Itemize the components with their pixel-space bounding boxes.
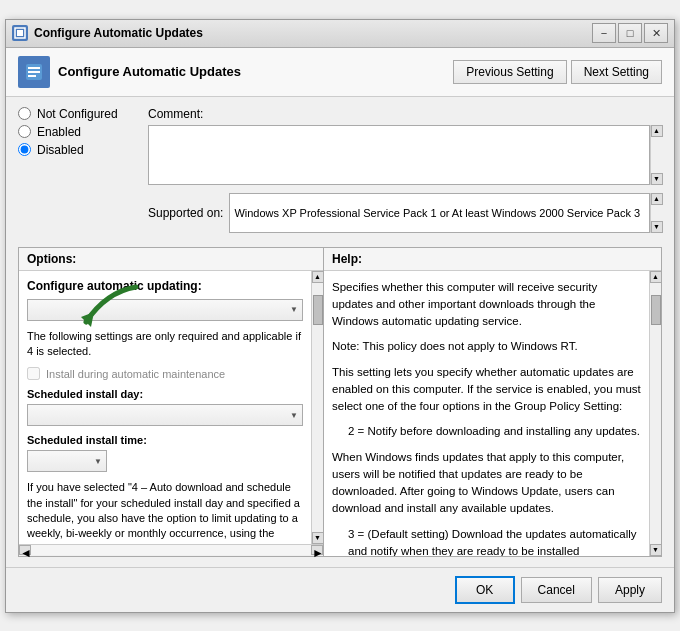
header-nav-buttons: Previous Setting Next Setting [453,60,662,84]
help-p3: This setting lets you specify whether au… [332,364,641,416]
scheduled-time-dropdown[interactable]: ▼ [27,450,107,472]
scroll-up-btn[interactable]: ▲ [651,125,663,137]
scheduled-day-label: Scheduled install day: [27,388,303,400]
help-panel-content-wrapper: Specifies whether this computer will rec… [324,271,661,556]
comment-label: Comment: [148,107,662,121]
options-hscrollbar[interactable]: ◄ ► [19,544,323,556]
close-button[interactable]: ✕ [644,23,668,43]
radio-enabled-label: Enabled [37,125,81,139]
radio-disabled-input[interactable] [18,143,31,156]
title-bar: Configure Automatic Updates − □ ✕ [6,20,674,48]
maintenance-label: Install during automatic maintenance [46,368,225,380]
header-title: Configure Automatic Updates [58,64,445,79]
options-panel-content-wrapper: Configure automatic updating: ▼ The foll… [19,271,323,544]
maintenance-checkbox[interactable] [27,367,40,380]
help-content: Specifies whether this computer will rec… [324,271,649,556]
cancel-button[interactable]: Cancel [521,577,592,603]
supported-section: Supported on: Windows XP Professional Se… [148,193,662,233]
radio-disabled[interactable]: Disabled [18,143,148,157]
radio-group: Not Configured Enabled Disabled [18,107,148,157]
help-scroll-down[interactable]: ▼ [650,544,662,556]
supported-label: Supported on: [148,206,223,220]
radio-enabled-input[interactable] [18,125,31,138]
radio-disabled-label: Disabled [37,143,84,157]
options-panel-header: Options: [19,248,323,271]
scroll-down-btn[interactable]: ▼ [651,173,663,185]
options-scrollbar[interactable]: ▲ ▼ [311,271,323,544]
content-area: Not Configured Enabled Disabled [6,97,674,567]
header-icon [18,56,50,88]
radio-not-configured[interactable]: Not Configured [18,107,148,121]
help-p2: Note: This policy does not apply to Wind… [332,338,641,355]
previous-setting-button[interactable]: Previous Setting [453,60,566,84]
footer: OK Cancel Apply [6,567,674,612]
scheduled-time-label: Scheduled install time: [27,434,303,446]
maintenance-checkbox-item: Install during automatic maintenance [27,367,303,380]
options-scroll-up[interactable]: ▲ [312,271,324,283]
supported-scrollbar[interactable]: ▲ ▼ [650,193,662,233]
comment-scrollbar[interactable]: ▲ ▼ [650,125,662,185]
svg-rect-4 [28,71,40,73]
configure-dropdown[interactable]: ▼ [27,299,303,321]
hscroll-right[interactable]: ► [311,545,323,555]
main-window: Configure Automatic Updates − □ ✕ Config… [5,19,675,613]
help-p5: When Windows finds updates that apply to… [332,449,641,518]
minimize-button[interactable]: − [592,23,616,43]
dropdown-arrow-icon: ▼ [290,305,298,314]
time-dropdown-arrow-icon: ▼ [94,457,102,466]
radio-not-configured-input[interactable] [18,107,31,120]
header-bar: Configure Automatic Updates Previous Set… [6,48,674,97]
apply-button[interactable]: Apply [598,577,662,603]
help-p6: 3 = (Default setting) Download the updat… [348,526,641,556]
svg-marker-6 [81,312,94,327]
scroll-info-text: If you have selected "4 – Auto download … [27,480,303,543]
scheduled-day-dropdown[interactable]: ▼ [27,404,303,426]
radio-not-configured-label: Not Configured [37,107,118,121]
comment-textarea[interactable] [148,125,650,185]
svg-rect-3 [28,67,40,69]
maximize-button[interactable]: □ [618,23,642,43]
svg-rect-5 [28,75,36,77]
help-scroll-thumb [651,295,661,325]
window-icon [12,25,28,41]
options-scroll-down[interactable]: ▼ [312,532,324,544]
ok-button[interactable]: OK [455,576,515,604]
day-dropdown-arrow-icon: ▼ [290,411,298,420]
help-scroll-up[interactable]: ▲ [650,271,662,283]
title-bar-text: Configure Automatic Updates [34,26,592,40]
supported-value: Windows XP Professional Service Pack 1 o… [229,193,650,233]
comment-section: Comment: ▲ ▼ [148,107,662,185]
help-panel: Help: Specifies whether this computer wi… [324,248,661,556]
svg-rect-1 [17,30,23,36]
configure-label: Configure automatic updating: [27,279,303,293]
config-section: Not Configured Enabled Disabled [18,107,662,241]
help-scrollbar[interactable]: ▲ ▼ [649,271,661,556]
next-setting-button[interactable]: Next Setting [571,60,662,84]
arrow-indicator [76,282,146,335]
help-panel-header: Help: [324,248,661,271]
help-p4: 2 = Notify before downloading and instal… [348,423,641,440]
options-scroll-thumb [313,295,323,325]
options-panel: Options: Configure automatic updating: ▼… [19,248,324,556]
radio-enabled[interactable]: Enabled [18,125,148,139]
hscroll-left[interactable]: ◄ [19,545,31,555]
options-info-text: The following settings are only required… [27,329,303,360]
supported-scroll-up[interactable]: ▲ [651,193,663,205]
title-bar-buttons: − □ ✕ [592,23,668,43]
help-p1: Specifies whether this computer will rec… [332,279,641,331]
options-panel-content: Configure automatic updating: ▼ The foll… [19,271,311,544]
supported-scroll-down[interactable]: ▼ [651,221,663,233]
